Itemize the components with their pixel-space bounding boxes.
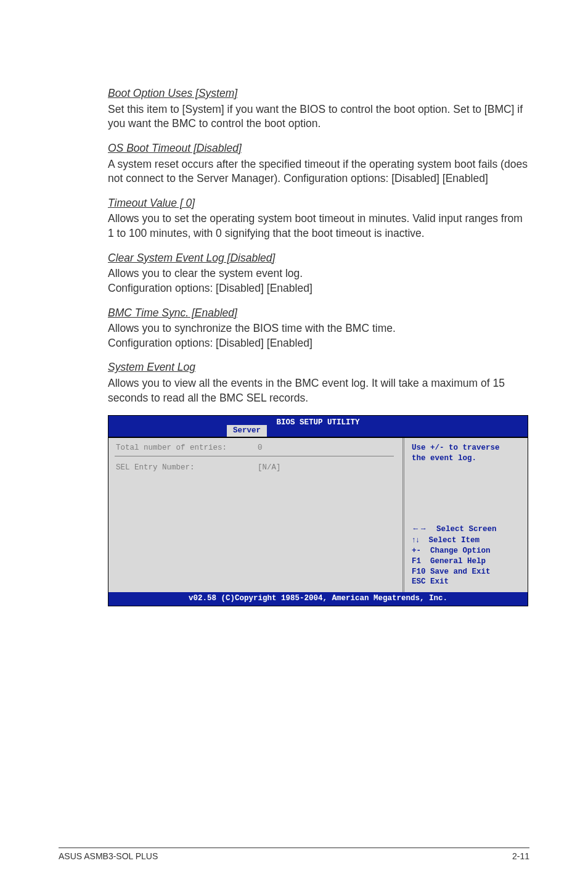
section-clear-event-log: Clear System Event Log [Disabled] Allows… <box>108 251 529 296</box>
section-body: A system reset occurs after the specifie… <box>108 157 529 186</box>
nav-exit: Exit <box>430 577 449 586</box>
section-heading: Timeout Value [ 0] <box>108 196 529 211</box>
arrows-lr-icon: ←→ <box>412 524 427 533</box>
section-heading: Boot Option Uses [System] <box>108 86 529 101</box>
section-timeout-value: Timeout Value [ 0] Allows you to set the… <box>108 196 529 241</box>
bios-header: BIOS SETUP UTILITY Server <box>108 416 528 437</box>
section-body: Allows you to view all the events in the… <box>108 376 529 405</box>
section-heading: OS Boot Timeout [Disabled] <box>108 141 529 156</box>
section-system-event-log: System Event Log Allows you to view all … <box>108 360 529 405</box>
key-f1: F1 <box>412 557 421 566</box>
nav-save-exit: Save and Exit <box>430 567 491 576</box>
key-f10: F10 <box>412 567 426 576</box>
page-content: Boot Option Uses [System] Set this item … <box>0 0 588 606</box>
bios-screenshot: BIOS SETUP UTILITY Server Total number o… <box>108 415 528 606</box>
bios-hint-line2: the event log. <box>412 453 520 464</box>
sel-entry-row[interactable]: SEL Entry Number: [N/A] <box>116 463 395 473</box>
section-heading: System Event Log <box>108 360 529 375</box>
nav-select-screen: Select Screen <box>436 525 497 534</box>
bios-right-pane: Use +/- to traverse the event log. ←→ Se… <box>404 438 528 592</box>
section-body: Allows you to clear the system event log… <box>108 266 529 295</box>
section-heading: BMC Time Sync. [Enabled] <box>108 306 529 321</box>
bios-hint-line1: Use +/- to traverse <box>412 443 520 453</box>
nav-general-help: General Help <box>430 557 486 566</box>
bios-title: BIOS SETUP UTILITY <box>108 418 528 428</box>
arrows-ud-icon: ↑↓ <box>412 535 420 544</box>
bios-hint: Use +/- to traverse the event log. <box>412 443 520 464</box>
bios-footer: v02.58 (C)Copyright 1985-2004, American … <box>108 592 528 606</box>
nav-select-item: Select Item <box>429 536 480 545</box>
section-os-boot-timeout: OS Boot Timeout [Disabled] A system rese… <box>108 141 529 186</box>
bios-nav-help: ←→ Select Screen ↑↓ Select Item +- Chang… <box>412 524 520 587</box>
nav-change-option: Change Option <box>430 547 491 555</box>
total-entries-label: Total number of entries: <box>116 443 258 453</box>
footer-page-number: 2-11 <box>512 851 529 862</box>
section-bmc-time-sync: BMC Time Sync. [Enabled] Allows you to s… <box>108 306 529 351</box>
bios-left-pane: Total number of entries: 0 SEL Entry Num… <box>108 438 404 592</box>
section-body: Allows you to synchronize the BIOS time … <box>108 321 529 350</box>
section-body: Set this item to [System] if you want th… <box>108 102 529 131</box>
bios-body: Total number of entries: 0 SEL Entry Num… <box>108 437 528 592</box>
divider <box>115 456 394 456</box>
page-footer: ASUS ASMB3-SOL PLUS 2-11 <box>59 848 529 862</box>
footer-product: ASUS ASMB3-SOL PLUS <box>59 851 158 862</box>
total-entries-row: Total number of entries: 0 <box>116 443 395 453</box>
key-plus-minus: +- <box>412 547 421 555</box>
section-boot-option: Boot Option Uses [System] Set this item … <box>108 86 529 131</box>
sel-entry-label: SEL Entry Number: <box>116 463 258 473</box>
bios-tab-server[interactable]: Server <box>226 425 268 437</box>
sel-entry-value: [N/A] <box>258 463 281 473</box>
section-heading: Clear System Event Log [Disabled] <box>108 251 529 266</box>
key-esc: ESC <box>412 577 426 586</box>
section-body: Allows you to set the operating system b… <box>108 212 529 241</box>
total-entries-value: 0 <box>258 443 263 453</box>
